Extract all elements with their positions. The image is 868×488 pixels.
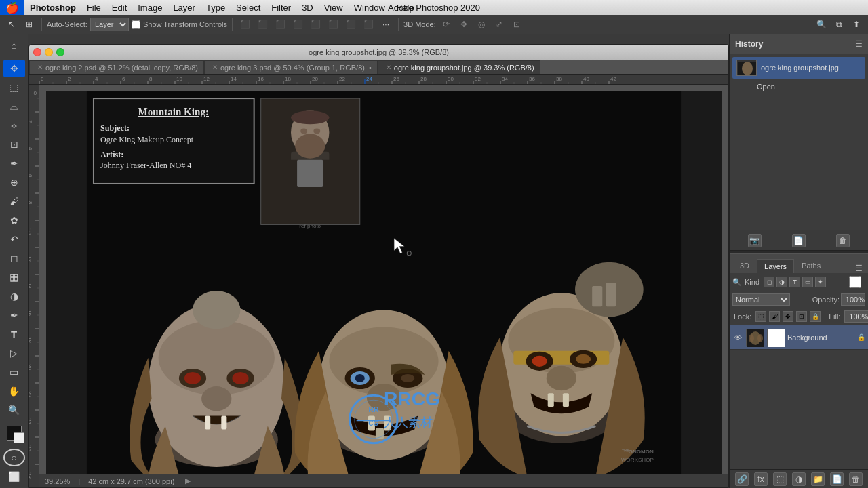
filter-shape-button[interactable]: ▭ — [802, 277, 813, 287]
3d-orbit-button[interactable]: ◎ — [474, 17, 489, 32]
align-middle-button[interactable]: ⬛ — [308, 17, 323, 32]
lock-transparent-button[interactable]: ⬚ — [755, 311, 766, 322]
filter-type-button[interactable]: T — [789, 277, 800, 287]
eraser-tool[interactable]: ◻ — [3, 249, 25, 267]
arrange-options[interactable]: ⊞ — [22, 17, 37, 32]
align-right-button[interactable]: ⬛ — [273, 17, 288, 32]
magic-wand-tool[interactable]: ⟡ — [3, 117, 25, 134]
quick-mask-button[interactable]: ○ — [3, 449, 25, 466]
lock-position-button[interactable]: ✥ — [783, 311, 793, 322]
lasso2-tool[interactable]: ⌓ — [3, 98, 25, 115]
lasso-tool[interactable]: ⬚ — [3, 79, 25, 96]
doc-tab-0[interactable]: ✕ ogre king 2.psd @ 51.2% (detail copy, … — [29, 60, 204, 74]
layer-visibility-eye[interactable]: 👁 — [732, 332, 743, 343]
align-top-button[interactable]: ⬛ — [290, 17, 305, 32]
artwork-canvas[interactable]: Mountain King: Subject: Ogre King Makeup… — [46, 92, 722, 474]
healing-tool[interactable]: ⊕ — [3, 174, 25, 191]
layers-panel-options[interactable]: ☰ — [852, 264, 865, 273]
new-layer-button[interactable]: 📄 — [830, 472, 844, 486]
search-button[interactable]: 🔍 — [814, 17, 829, 32]
history-item-open[interactable]: Open — [732, 80, 865, 94]
tab-layers[interactable]: Layers — [757, 259, 794, 273]
3d-pan-button[interactable]: ✥ — [456, 17, 471, 32]
3d-rotate-button[interactable]: ⟳ — [439, 17, 454, 32]
dodge-tool[interactable]: ◑ — [3, 287, 25, 305]
gradient-tool[interactable]: ▦ — [3, 268, 25, 286]
distribute-h-button[interactable]: ⬛ — [343, 17, 358, 32]
link-layers-button[interactable]: 🔗 — [735, 472, 749, 486]
layer-mask-button[interactable]: ⬚ — [773, 472, 787, 486]
app-menu-type[interactable]: Type — [201, 0, 231, 15]
app-menu-image[interactable]: Image — [132, 0, 167, 15]
layer-item-background[interactable]: 👁 Background 🔒 — [730, 325, 868, 350]
app-menu-file[interactable]: File — [81, 0, 106, 15]
align-center-h-button[interactable]: ⬛ — [255, 17, 270, 32]
history-item-file[interactable]: ogre king groupshot.jpg — [732, 57, 865, 79]
filter-adjustment-button[interactable]: ◑ — [776, 277, 787, 287]
align-bottom-button[interactable]: ⬛ — [326, 17, 340, 32]
doc-tab-2[interactable]: ✕ ogre king groupshot.jpg @ 39.3% (RGB/8… — [378, 60, 540, 74]
minimize-button[interactable] — [45, 48, 53, 56]
auto-select-dropdown[interactable]: Layer Group — [90, 18, 129, 31]
maximize-button[interactable] — [56, 48, 64, 56]
delete-layer-button[interactable]: 🗑 — [849, 472, 863, 486]
opacity-input[interactable] — [841, 293, 865, 306]
path-select-tool[interactable]: ▷ — [3, 344, 25, 362]
app-menu-filter[interactable]: Filter — [266, 0, 296, 15]
more-options-button[interactable]: ··· — [378, 17, 393, 32]
share-button[interactable]: ⬆ — [849, 17, 864, 32]
text-tool[interactable]: T — [3, 325, 25, 343]
tab-3d[interactable]: 3D — [732, 258, 757, 273]
app-menu-select[interactable]: Select — [231, 0, 266, 15]
filter-pixel-button[interactable]: ◻ — [764, 277, 774, 287]
delete-history-button[interactable]: 🗑 — [836, 234, 850, 247]
zoom-tool[interactable]: 🔍 — [3, 401, 25, 419]
show-transform-checkbox[interactable] — [132, 20, 140, 29]
close-button[interactable] — [33, 48, 41, 56]
eyedropper-tool[interactable]: ✒ — [3, 155, 25, 172]
app-menu-view[interactable]: View — [319, 0, 349, 15]
filter-smart-button[interactable]: ✦ — [815, 277, 826, 287]
app-menu-window[interactable]: Window — [349, 0, 391, 15]
tab-paths[interactable]: Paths — [794, 258, 828, 273]
screen-mode-button[interactable]: ⬜ — [3, 468, 25, 485]
fill-input[interactable] — [844, 310, 868, 323]
layer-styles-button[interactable]: fx — [754, 472, 768, 486]
apple-menu[interactable]: 🍎 — [0, 0, 24, 15]
filter-toggle[interactable] — [845, 276, 865, 288]
distribute-v-button[interactable]: ⬛ — [361, 17, 376, 32]
home-tool[interactable]: ⌂ — [3, 37, 25, 54]
canvas-container[interactable]: Mountain King: Subject: Ogre King Makeup… — [39, 85, 728, 487]
brush-tool[interactable]: 🖌 — [3, 192, 25, 210]
app-menu-3d[interactable]: 3D — [296, 0, 319, 15]
history-options-button[interactable]: ☰ — [855, 39, 863, 49]
lock-image-button[interactable]: 🖌 — [769, 311, 780, 322]
lock-all-button[interactable]: 🔒 — [810, 311, 821, 322]
new-group-button[interactable]: 📁 — [811, 472, 825, 486]
app-menu-layer[interactable]: Layer — [167, 0, 201, 15]
doc-tab-0-close[interactable]: ✕ — [37, 64, 43, 71]
move-tool[interactable]: ✥ — [3, 60, 25, 77]
doc-tab-1[interactable]: ✕ ogre king 3.psd @ 50.4% (Group 1, RGB/… — [204, 60, 378, 74]
3d-scale-button[interactable]: ⊡ — [509, 17, 524, 32]
create-snapshot-button[interactable]: 📷 — [748, 234, 762, 247]
align-left-button[interactable]: ⬛ — [237, 17, 252, 32]
arrange-windows-button[interactable]: ⧉ — [831, 17, 846, 32]
pen-tool[interactable]: ✒ — [3, 306, 25, 324]
status-arrow[interactable]: ▶ — [185, 476, 191, 485]
history-brush-tool[interactable]: ↶ — [3, 230, 25, 248]
lock-artboard-button[interactable]: ⊡ — [796, 311, 807, 322]
shape-tool[interactable]: ▭ — [3, 363, 25, 381]
3d-slide-button[interactable]: ⤢ — [492, 17, 507, 32]
move-tool-arrow[interactable]: ↖ — [4, 17, 19, 32]
clone-tool[interactable]: ✿ — [3, 211, 25, 229]
doc-tab-2-close[interactable]: ✕ — [386, 64, 391, 71]
hand-tool[interactable]: ✋ — [3, 382, 25, 400]
adjustment-layer-button[interactable]: ◑ — [792, 472, 806, 486]
crop-tool[interactable]: ⊡ — [3, 136, 25, 153]
app-menu-photoshop[interactable]: Photoshop — [24, 0, 81, 15]
app-menu-edit[interactable]: Edit — [106, 0, 132, 15]
foreground-color[interactable] — [7, 426, 22, 441]
doc-tab-1-close[interactable]: ✕ — [212, 64, 218, 71]
create-new-document-button[interactable]: 📄 — [792, 234, 806, 247]
